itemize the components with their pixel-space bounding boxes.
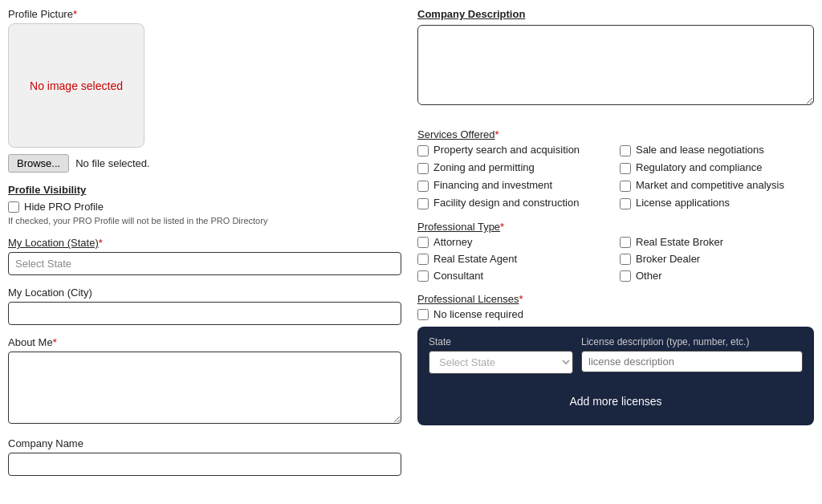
service-item-4: Regulatory and compliance <box>620 161 814 174</box>
prof-type-item-4: Broker Dealer <box>620 253 814 265</box>
profile-picture-box: No image selected <box>8 23 144 148</box>
service-item-3: Zoning and permitting <box>417 161 612 174</box>
company-desc-textarea[interactable] <box>417 25 814 105</box>
service-checkbox-4[interactable] <box>620 163 631 174</box>
location-city-input[interactable] <box>8 302 401 325</box>
service-item-1: Property search and acquisition <box>417 144 612 156</box>
hide-pro-label: Hide PRO Profile <box>24 201 104 213</box>
prof-type-label-2: Real Estate Broker <box>636 236 723 248</box>
service-checkbox-1[interactable] <box>417 145 429 156</box>
prof-type-checkbox-3[interactable] <box>417 254 429 265</box>
hide-pro-checkbox[interactable] <box>8 201 19 213</box>
no-file-label: No file selected. <box>75 157 150 169</box>
company-name-label: Company Name <box>8 437 401 449</box>
services-label: Services Offered* <box>417 128 814 140</box>
no-image-text: No image selected <box>30 79 123 92</box>
hide-pro-hint: If checked, your PRO Profile will not be… <box>8 216 401 226</box>
service-checkbox-2[interactable] <box>620 145 631 156</box>
service-label-7: Facility design and construction <box>433 197 579 209</box>
browse-button[interactable]: Browse... <box>8 154 69 173</box>
prof-type-item-1: Attorney <box>417 236 612 248</box>
service-label-1: Property search and acquisition <box>433 144 580 156</box>
prof-type-checkbox-5[interactable] <box>417 270 429 282</box>
prof-type-checkbox-1[interactable] <box>417 237 429 248</box>
service-checkbox-6[interactable] <box>620 181 631 192</box>
service-item-2: Sale and lease negotiations <box>620 144 814 156</box>
prof-type-checkbox-2[interactable] <box>620 237 631 248</box>
prof-type-label: Professional Type* <box>417 221 814 233</box>
license-state-select[interactable]: Select State <box>429 351 573 374</box>
service-label-3: Zoning and permitting <box>433 161 535 173</box>
prof-type-checkbox-4[interactable] <box>620 254 631 265</box>
prof-type-checkbox-6[interactable] <box>620 270 631 282</box>
prof-type-label-1: Attorney <box>433 236 472 248</box>
company-desc-label: Company Description <box>417 8 814 20</box>
about-me-label: About Me* <box>8 336 401 348</box>
service-checkbox-5[interactable] <box>417 181 429 192</box>
prof-licenses-label: Professional Licenses* <box>417 293 814 305</box>
license-state-col-label: State <box>429 336 573 348</box>
add-more-licenses-button[interactable]: Add more licenses <box>429 387 803 416</box>
prof-type-label-4: Broker Dealer <box>636 253 700 265</box>
services-grid: Property search and acquisition Sale and… <box>417 144 814 209</box>
prof-type-item-6: Other <box>620 270 814 282</box>
prof-type-item-3: Real Estate Agent <box>417 253 612 265</box>
service-item-7: Facility design and construction <box>417 197 612 209</box>
location-state-select[interactable]: Select State <box>8 252 401 275</box>
service-checkbox-8[interactable] <box>620 198 631 209</box>
prof-type-label-3: Real Estate Agent <box>433 253 517 265</box>
service-label-6: Market and competitive analysis <box>636 179 784 191</box>
service-checkbox-3[interactable] <box>417 163 429 174</box>
prof-type-item-5: Consultant <box>417 270 612 282</box>
location-state-label: My Location (State)* <box>8 237 401 249</box>
prof-type-grid: Attorney Real Estate Broker Real Estate … <box>417 236 814 282</box>
no-license-checkbox[interactable] <box>417 309 429 320</box>
prof-type-label-5: Consultant <box>433 270 483 282</box>
license-desc-col-label: License description (type, number, etc.) <box>581 336 803 348</box>
prof-type-label-6: Other <box>636 270 662 282</box>
service-checkbox-7[interactable] <box>417 198 429 209</box>
service-label-5: Financing and investment <box>433 179 552 191</box>
license-desc-input[interactable] <box>581 351 803 372</box>
location-city-label: My Location (City) <box>8 287 401 299</box>
about-me-textarea[interactable] <box>8 352 401 424</box>
service-item-6: Market and competitive analysis <box>620 179 814 192</box>
profile-visibility-label: Profile Visibility <box>8 184 401 196</box>
service-item-5: Financing and investment <box>417 179 612 192</box>
license-panel: State Select State License description (… <box>417 327 814 425</box>
profile-picture-label: Profile Picture* <box>8 8 401 20</box>
no-license-label: No license required <box>433 308 523 320</box>
service-label-2: Sale and lease negotiations <box>636 144 764 156</box>
prof-type-item-2: Real Estate Broker <box>620 236 814 248</box>
company-name-input[interactable] <box>8 453 401 476</box>
service-label-4: Regulatory and compliance <box>636 161 763 173</box>
service-label-8: License applications <box>636 197 730 209</box>
service-item-8: License applications <box>620 197 814 209</box>
